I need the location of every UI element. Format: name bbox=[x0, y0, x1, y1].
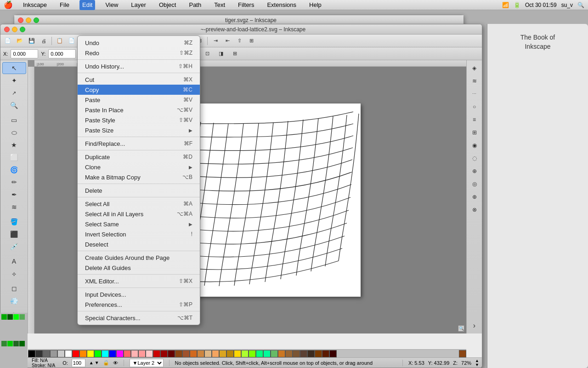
y-input[interactable] bbox=[48, 49, 76, 58]
menubar-path[interactable]: Path bbox=[186, 0, 204, 10]
swatch-tan[interactable] bbox=[285, 350, 293, 357]
menu-undo[interactable]: Undo ⌘Z bbox=[78, 38, 200, 48]
swatch-sandybrown[interactable] bbox=[212, 350, 219, 357]
coord-btn-4[interactable]: ⊞ bbox=[229, 49, 240, 59]
x-input[interactable] bbox=[11, 49, 38, 58]
right-btn-2[interactable]: ≋ bbox=[469, 75, 481, 87]
toolbar-btn-18[interactable]: ⇤ bbox=[222, 36, 233, 46]
right-btn-7[interactable]: ◉ bbox=[469, 139, 481, 151]
layer-select[interactable]: ▼Layer 2 Layer 1 bbox=[130, 359, 164, 367]
mini-swatch-brightgreen[interactable] bbox=[13, 314, 19, 320]
menu-preferences[interactable]: Preferences... ⇧⌘P bbox=[78, 299, 200, 310]
color-swatches[interactable] bbox=[28, 350, 459, 357]
swatch-verydarkred[interactable] bbox=[329, 350, 337, 357]
menu-paste-style[interactable]: Paste Style ⇧⌘V bbox=[78, 115, 200, 125]
tool-pencil[interactable]: ✏ bbox=[2, 176, 26, 188]
tool-ellipse[interactable]: ⬭ bbox=[2, 126, 26, 138]
toolbar-btn-5[interactable]: 📋 bbox=[54, 36, 65, 46]
menubar-help[interactable]: Help bbox=[306, 0, 324, 10]
main-maximize-button[interactable] bbox=[20, 27, 25, 32]
right-btn-12[interactable]: ⊗ bbox=[469, 204, 481, 216]
menu-xml-editor[interactable]: XML Editor... ⇧⌘X bbox=[78, 276, 200, 286]
right-btn-6[interactable]: ⊞ bbox=[469, 126, 481, 138]
swatch-medgreen[interactable] bbox=[271, 350, 278, 357]
bg-minimize-button[interactable] bbox=[26, 17, 31, 23]
mini-swatch-verydarkgreen[interactable] bbox=[19, 341, 25, 346]
menu-duplicate[interactable]: Duplicate ⌘D bbox=[78, 152, 200, 162]
swatch-yellow[interactable] bbox=[87, 350, 94, 357]
toolbar-btn-1[interactable]: 📄 bbox=[2, 36, 13, 46]
tool-connector[interactable]: ⟡ bbox=[2, 268, 26, 280]
right-btn-11[interactable]: ⊕ bbox=[469, 191, 481, 203]
menubar-view[interactable]: View bbox=[102, 0, 121, 10]
opacity-input[interactable] bbox=[72, 359, 85, 367]
zoom-down-icon[interactable]: ▼ bbox=[475, 363, 479, 367]
main-close-button[interactable] bbox=[4, 27, 10, 32]
swatch-salmon[interactable] bbox=[138, 350, 146, 357]
tool-selector[interactable]: ↖ bbox=[2, 62, 26, 74]
right-btn-8[interactable]: ◌ bbox=[469, 152, 481, 164]
swatch-greenyellow[interactable] bbox=[241, 350, 249, 357]
swatch-darkbrown[interactable] bbox=[300, 350, 307, 357]
menubar-layer[interactable]: Layer bbox=[128, 0, 149, 10]
menu-delete-guides[interactable]: Delete All Guides bbox=[78, 263, 200, 273]
swatch-rust[interactable] bbox=[315, 350, 322, 357]
main-window-controls[interactable] bbox=[4, 27, 25, 32]
menu-undo-history[interactable]: Undo History... ⇧⌘H bbox=[78, 61, 200, 71]
menubar-file[interactable]: File bbox=[57, 0, 72, 10]
menubar-filters[interactable]: Filters bbox=[235, 0, 257, 10]
swatch-magenta[interactable] bbox=[116, 350, 124, 357]
menubar-inkscape[interactable]: Inkscape bbox=[20, 0, 50, 10]
menu-clone[interactable]: Clone ▶ bbox=[78, 162, 200, 172]
swatch-burlywood[interactable] bbox=[204, 350, 212, 357]
tool-spiral[interactable]: 🌀 bbox=[2, 164, 26, 176]
swatch-espresso[interactable] bbox=[307, 350, 315, 357]
swatch-black[interactable] bbox=[28, 350, 35, 357]
swatch-blue[interactable] bbox=[109, 350, 116, 357]
swatch-darkgray[interactable] bbox=[35, 350, 43, 357]
swatch-rose[interactable] bbox=[146, 350, 153, 357]
mini-swatch-green[interactable] bbox=[1, 314, 7, 320]
search-icon[interactable]: 🔍 bbox=[577, 2, 584, 8]
tool-text[interactable]: A bbox=[2, 255, 26, 267]
right-btn-5[interactable]: ≡ bbox=[469, 114, 481, 126]
swatch-peru[interactable] bbox=[197, 350, 204, 357]
bg-close-button[interactable] bbox=[18, 17, 23, 23]
right-expand[interactable]: › bbox=[469, 320, 481, 332]
swatch-gray[interactable] bbox=[43, 350, 50, 357]
swatch-darkgoldenrod[interactable] bbox=[226, 350, 234, 357]
tool-3d-box[interactable]: ⬜ bbox=[2, 151, 26, 163]
tool-spray[interactable]: 💨 bbox=[2, 295, 26, 307]
menu-invert-selection[interactable]: Invert Selection ! bbox=[78, 229, 200, 239]
menu-paste-size[interactable]: Paste Size ▶ bbox=[78, 125, 200, 135]
swatch-end[interactable] bbox=[459, 350, 466, 357]
swatch-auburn[interactable] bbox=[322, 350, 329, 357]
menubar-object[interactable]: Object bbox=[156, 0, 179, 10]
mini-swatch-darkforest[interactable] bbox=[13, 341, 19, 346]
mini-swatch-lime[interactable] bbox=[7, 341, 13, 346]
color-palette-bar[interactable] bbox=[28, 349, 466, 357]
swatch-ochre[interactable] bbox=[278, 350, 285, 357]
swatch-cyan[interactable] bbox=[102, 350, 109, 357]
menu-paste-in-place[interactable]: Paste In Place ⌥⌘V bbox=[78, 105, 200, 115]
menu-cut[interactable]: Cut ⌘X bbox=[78, 75, 200, 85]
tool-star[interactable]: ★ bbox=[2, 139, 26, 151]
right-btn-1[interactable]: ◈ bbox=[469, 62, 481, 74]
tool-bucket[interactable]: 🪣 bbox=[2, 216, 26, 228]
swatch-brown[interactable] bbox=[175, 350, 182, 357]
toolbar-btn-20[interactable]: ⊞ bbox=[246, 36, 257, 46]
toolbar-btn-3[interactable]: 💾 bbox=[26, 36, 37, 46]
menubar-text[interactable]: Text bbox=[211, 0, 228, 10]
down-arrow-icon[interactable]: ▼ bbox=[95, 360, 99, 365]
mini-swatch-forestgreen[interactable] bbox=[1, 341, 7, 346]
swatch-green[interactable] bbox=[94, 350, 102, 357]
swatch-orange[interactable] bbox=[79, 350, 87, 357]
menu-input-devices[interactable]: Input Devices... bbox=[78, 289, 200, 299]
coord-btn-2[interactable]: ⊡ bbox=[202, 49, 213, 59]
right-btn-10[interactable]: ◎ bbox=[469, 178, 481, 190]
swatch-medspringgreen[interactable] bbox=[263, 350, 271, 357]
tool-pen[interactable]: ✒ bbox=[2, 189, 26, 201]
tool-eraser[interactable]: ◻ bbox=[2, 282, 26, 294]
toolbar-btn-4[interactable]: 🖨 bbox=[38, 36, 49, 46]
tool-zoom[interactable]: 🔍 bbox=[2, 99, 26, 111]
